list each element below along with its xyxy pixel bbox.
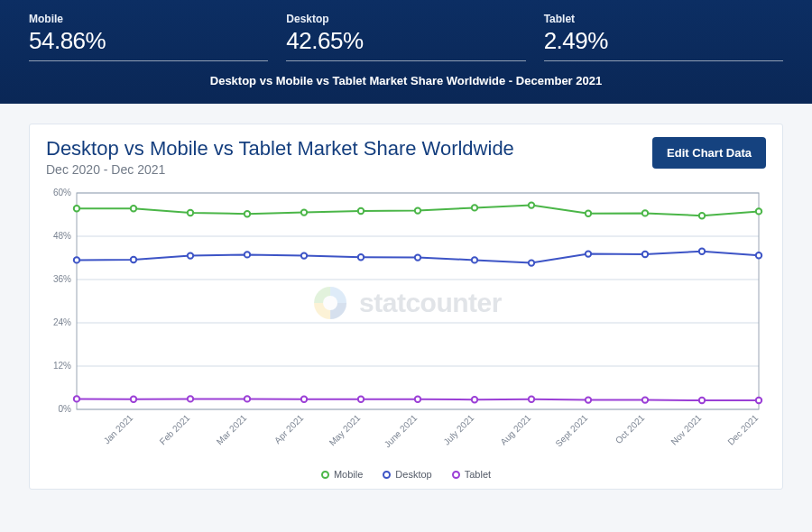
svg-text:Mar 2021: Mar 2021 xyxy=(215,412,249,446)
svg-point-35 xyxy=(586,211,591,216)
svg-text:May 2021: May 2021 xyxy=(328,412,363,447)
svg-text:36%: 36% xyxy=(53,274,71,284)
stat-value: 2.49% xyxy=(544,27,765,55)
chart-panel: Desktop vs Mobile vs Tablet Market Share… xyxy=(29,124,783,490)
legend-item[interactable]: Mobile xyxy=(321,469,363,480)
legend-item[interactable]: Desktop xyxy=(383,469,431,480)
svg-point-28 xyxy=(188,210,193,216)
svg-point-37 xyxy=(699,213,705,218)
stat-value: 42.65% xyxy=(286,27,507,55)
edit-chart-button[interactable]: Edit Chart Data xyxy=(652,137,766,169)
legend-label: Tablet xyxy=(465,469,491,480)
stat-label: Mobile xyxy=(29,13,250,25)
svg-point-34 xyxy=(529,202,534,207)
svg-text:24%: 24% xyxy=(53,317,71,327)
stats-row: Mobile 54.86% Desktop 42.65% Tablet 2.49… xyxy=(29,13,783,61)
svg-point-53 xyxy=(131,397,136,402)
svg-text:Sept 2021: Sept 2021 xyxy=(553,412,589,448)
svg-point-51 xyxy=(756,252,761,258)
panel-head: Desktop vs Mobile vs Tablet Market Share… xyxy=(46,137,766,177)
legend-swatch xyxy=(321,471,329,479)
stat-desktop: Desktop 42.65% xyxy=(286,13,525,61)
svg-text:Dec 2021: Dec 2021 xyxy=(725,412,760,446)
line-chart: 0%12%24%36%48%60%Jan 2021Feb 2021Mar 202… xyxy=(46,186,768,465)
svg-point-27 xyxy=(131,206,136,211)
svg-text:Apr 2021: Apr 2021 xyxy=(272,412,306,445)
svg-point-56 xyxy=(301,397,307,402)
svg-point-50 xyxy=(699,249,705,254)
svg-point-48 xyxy=(586,251,591,256)
svg-point-52 xyxy=(74,396,79,401)
svg-text:0%: 0% xyxy=(59,404,72,414)
svg-point-61 xyxy=(586,397,591,402)
svg-point-30 xyxy=(301,209,307,215)
svg-point-46 xyxy=(472,257,477,262)
svg-point-33 xyxy=(472,205,477,210)
stat-mobile: Mobile 54.86% xyxy=(29,13,268,61)
svg-point-64 xyxy=(756,398,761,403)
svg-rect-13 xyxy=(77,193,759,409)
svg-text:60%: 60% xyxy=(53,188,71,197)
chart-title: Desktop vs Mobile vs Tablet Market Share… xyxy=(46,137,514,161)
svg-point-26 xyxy=(74,206,79,211)
svg-text:Feb 2021: Feb 2021 xyxy=(158,412,192,446)
legend-swatch xyxy=(452,471,460,479)
svg-point-39 xyxy=(74,257,79,262)
svg-text:48%: 48% xyxy=(53,231,71,241)
stat-tablet: Tablet 2.49% xyxy=(544,13,783,61)
svg-point-42 xyxy=(245,252,250,257)
stat-value: 54.86% xyxy=(29,27,250,55)
svg-point-43 xyxy=(301,252,307,258)
svg-point-40 xyxy=(131,257,136,262)
legend-item[interactable]: Tablet xyxy=(452,469,491,480)
chart-subtitle: Dec 2020 - Dec 2021 xyxy=(46,162,514,177)
svg-point-49 xyxy=(642,252,648,257)
svg-text:12%: 12% xyxy=(53,361,71,371)
svg-point-45 xyxy=(415,254,420,260)
svg-point-41 xyxy=(188,252,193,258)
titles: Desktop vs Mobile vs Tablet Market Share… xyxy=(46,137,514,177)
svg-point-54 xyxy=(188,396,193,401)
svg-point-29 xyxy=(245,211,250,216)
legend-label: Mobile xyxy=(334,469,363,480)
svg-point-58 xyxy=(415,397,420,402)
svg-text:Oct 2021: Oct 2021 xyxy=(614,412,647,445)
svg-point-36 xyxy=(642,210,648,216)
svg-point-60 xyxy=(529,397,534,402)
svg-point-55 xyxy=(245,396,250,401)
header-caption: Desktop vs Mobile vs Tablet Market Share… xyxy=(29,74,783,87)
svg-point-31 xyxy=(358,208,364,214)
svg-text:Aug 2021: Aug 2021 xyxy=(498,412,532,446)
svg-point-47 xyxy=(529,260,534,265)
svg-text:Nov 2021: Nov 2021 xyxy=(669,412,703,446)
stat-label: Tablet xyxy=(544,13,765,25)
svg-text:Jan 2021: Jan 2021 xyxy=(102,412,135,445)
svg-point-38 xyxy=(756,208,761,214)
svg-text:June 2021: June 2021 xyxy=(383,412,420,449)
svg-text:July 2021: July 2021 xyxy=(441,412,475,446)
legend-label: Desktop xyxy=(395,469,431,480)
svg-point-44 xyxy=(358,254,364,260)
chart-area: statcounter 0%12%24%36%48%60%Jan 2021Feb… xyxy=(46,186,766,465)
legend: MobileDesktopTablet xyxy=(46,469,766,480)
legend-swatch xyxy=(383,471,391,479)
stat-label: Desktop xyxy=(286,13,507,25)
svg-point-62 xyxy=(642,397,648,402)
svg-point-59 xyxy=(472,397,477,402)
svg-point-63 xyxy=(699,398,705,403)
header: Mobile 54.86% Desktop 42.65% Tablet 2.49… xyxy=(0,0,812,104)
svg-point-57 xyxy=(358,397,364,402)
svg-point-32 xyxy=(415,207,420,213)
